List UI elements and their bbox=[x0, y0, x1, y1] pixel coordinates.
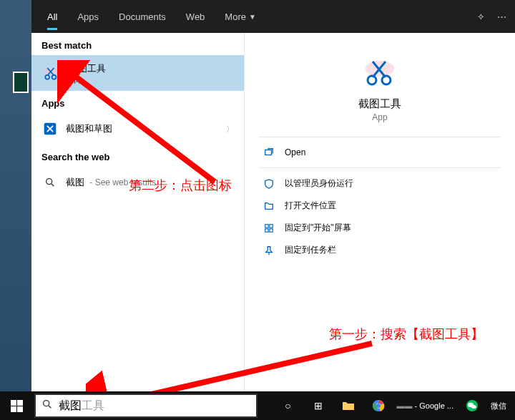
action-pin-taskbar[interactable]: 固定到任务栏 bbox=[259, 239, 501, 261]
tab-all[interactable]: All bbox=[37, 0, 67, 33]
search-tabs: All Apps Documents Web More▼ ⟡ ⋯ bbox=[31, 0, 515, 33]
tab-more[interactable]: More▼ bbox=[215, 0, 266, 33]
search-panel: Best match 截图工具 App Apps 截图和草图 〉 Search … bbox=[31, 33, 515, 391]
svg-rect-9 bbox=[265, 150, 272, 155]
svg-point-4 bbox=[46, 179, 52, 185]
search-icon bbox=[41, 399, 53, 413]
svg-point-2 bbox=[52, 75, 57, 79]
section-search-web: Search the web bbox=[31, 145, 244, 167]
svg-rect-13 bbox=[270, 228, 273, 231]
svg-point-25 bbox=[471, 405, 476, 409]
web-search-query: 截图 - See web results bbox=[66, 176, 156, 189]
action-open[interactable]: Open bbox=[259, 142, 501, 163]
chevron-down-icon: ▼ bbox=[249, 13, 256, 21]
svg-rect-10 bbox=[265, 224, 268, 227]
chevron-right-icon: 〉 bbox=[226, 124, 234, 135]
snipping-tool-icon bbox=[41, 63, 62, 83]
svg-point-18 bbox=[44, 401, 49, 406]
action-run-admin[interactable]: 以管理员身份运行 bbox=[259, 172, 501, 195]
detail-column: 截图工具 App Open 以管理员身份运行 打开文件位置 固定到"开始"屏幕 … bbox=[245, 33, 515, 391]
desktop-strip bbox=[0, 0, 31, 391]
divider bbox=[259, 167, 501, 168]
svg-point-1 bbox=[45, 75, 49, 79]
divider bbox=[259, 137, 501, 137]
taskbar-wechat-label[interactable]: 微信 bbox=[491, 401, 506, 411]
search-icon bbox=[41, 174, 59, 191]
action-open-location[interactable]: 打开文件位置 bbox=[259, 195, 501, 217]
svg-point-7 bbox=[368, 76, 376, 84]
section-apps: Apps bbox=[31, 91, 244, 113]
svg-line-5 bbox=[52, 184, 54, 186]
snipping-tool-icon-large bbox=[363, 54, 397, 89]
taskbar-chrome[interactable] bbox=[364, 391, 393, 420]
results-column: Best match 截图工具 App Apps 截图和草图 〉 Search … bbox=[31, 33, 245, 391]
taskbar: 截图工具 ○ ⊞ ▬▬ - Google ... 微信 bbox=[0, 391, 515, 420]
best-match-subtitle: App bbox=[69, 75, 106, 84]
desktop-thumb bbox=[13, 72, 29, 93]
start-button[interactable] bbox=[0, 391, 33, 420]
pin-taskbar-icon bbox=[263, 245, 275, 256]
taskbar-explorer[interactable] bbox=[334, 391, 363, 420]
svg-rect-11 bbox=[270, 224, 273, 227]
taskbar-cortana[interactable]: ○ bbox=[274, 391, 303, 420]
app-name: 截图工具 bbox=[358, 97, 401, 111]
app-type: App bbox=[372, 112, 387, 122]
snip-sketch-icon bbox=[41, 120, 59, 137]
svg-line-19 bbox=[49, 406, 51, 408]
search-typed-text: 截图 bbox=[59, 399, 82, 414]
chevron-right-icon: 〉 bbox=[226, 177, 234, 188]
folder-icon bbox=[263, 200, 275, 212]
app-hero: 截图工具 App bbox=[259, 54, 501, 122]
pin-start-icon bbox=[263, 223, 275, 234]
app-result-item[interactable]: 截图和草图 〉 bbox=[31, 113, 244, 145]
taskbar-wechat[interactable] bbox=[458, 391, 486, 420]
web-search-item[interactable]: 截图 - See web results 〉 bbox=[31, 167, 244, 198]
best-match-title: 截图工具 bbox=[69, 62, 106, 75]
search-autocomplete-ghost: 工具 bbox=[82, 399, 104, 414]
open-icon bbox=[263, 147, 275, 158]
windows-logo-icon bbox=[11, 400, 23, 412]
tab-apps[interactable]: Apps bbox=[67, 0, 109, 33]
taskbar-window-title[interactable]: ▬▬ - Google ... bbox=[397, 401, 453, 410]
more-options-icon[interactable]: ⋯ bbox=[497, 11, 506, 22]
taskbar-search-box[interactable]: 截图工具 bbox=[34, 394, 258, 418]
tab-documents[interactable]: Documents bbox=[109, 0, 176, 33]
svg-rect-12 bbox=[265, 228, 268, 231]
taskbar-taskview[interactable]: ⊞ bbox=[304, 391, 333, 420]
action-pin-start[interactable]: 固定到"开始"屏幕 bbox=[259, 217, 501, 239]
svg-point-8 bbox=[382, 76, 391, 84]
app-result-title: 截图和草图 bbox=[66, 122, 112, 135]
svg-point-22 bbox=[376, 404, 381, 408]
shield-icon bbox=[263, 178, 275, 190]
section-best-match: Best match bbox=[31, 33, 244, 55]
feedback-icon[interactable]: ⟡ bbox=[478, 11, 484, 22]
tab-web[interactable]: Web bbox=[176, 0, 215, 33]
best-match-item[interactable]: 截图工具 App bbox=[31, 55, 244, 91]
